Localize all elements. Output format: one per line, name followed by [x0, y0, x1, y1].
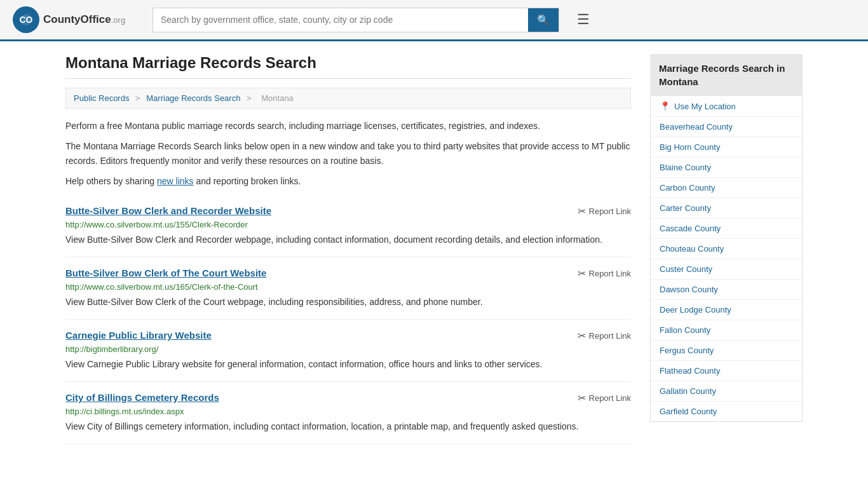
result-url[interactable]: http://www.co.silverbow.mt.us/165/Clerk-… — [65, 282, 631, 292]
breadcrumb-montana: Montana — [261, 93, 294, 103]
description-1: Perform a free Montana public marriage r… — [65, 119, 631, 133]
report-icon: ✂ — [578, 392, 586, 404]
hamburger-icon: ☰ — [577, 11, 590, 27]
location-pin-icon: 📍 — [660, 101, 670, 111]
sidebar-item-big-horn[interactable]: Big Horn County — [651, 137, 802, 158]
breadcrumb-sep-1: > — [135, 93, 142, 103]
result-item: Butte-Silver Bow Clerk of The Court Webs… — [65, 257, 631, 320]
result-header: Butte-Silver Bow Clerk of The Court Webs… — [65, 268, 631, 280]
result-url[interactable]: http://bigtimberlibrary.org/ — [65, 344, 631, 354]
sidebar-item-flathead[interactable]: Flathead County — [651, 361, 802, 381]
breadcrumb: Public Records > Marriage Records Search… — [65, 88, 631, 109]
breadcrumb-sep-2: > — [247, 93, 254, 103]
sidebar-item-fergus[interactable]: Fergus County — [651, 341, 802, 361]
sidebar-item-blaine[interactable]: Blaine County — [651, 158, 802, 178]
report-link-button[interactable]: ✂ Report Link — [578, 205, 631, 217]
sidebar-item-garfield[interactable]: Garfield County — [651, 402, 802, 421]
sidebar-item-gallatin[interactable]: Gallatin County — [651, 381, 802, 402]
page-title: Montana Marriage Records Search — [65, 54, 631, 79]
breadcrumb-marriage-records[interactable]: Marriage Records Search — [146, 93, 240, 103]
hamburger-menu-button[interactable]: ☰ — [572, 9, 595, 30]
result-header: Carnegie Public Library Website ✂ Report… — [65, 330, 631, 342]
report-link-button[interactable]: ✂ Report Link — [578, 268, 631, 280]
result-header: Butte-Silver Bow Clerk and Recorder Webs… — [65, 205, 631, 217]
report-icon: ✂ — [578, 205, 586, 217]
result-item: City of Billings Cemetery Records ✂ Repo… — [65, 382, 631, 444]
svg-text:CO: CO — [20, 15, 33, 25]
sidebar-item-cascade[interactable]: Cascade County — [651, 219, 802, 239]
use-my-location-item[interactable]: 📍 Use My Location — [651, 96, 802, 117]
result-desc: View Butte-Silver Bow Clerk of the Court… — [65, 295, 631, 309]
result-desc: View Carnegie Public Library website for… — [65, 358, 631, 371]
header: CO CountyOffice.org 🔍 ☰ — [0, 0, 868, 41]
sidebar-item-beaverhead[interactable]: Beaverhead County — [651, 117, 802, 137]
result-desc: View Butte-Silver Bow Clerk and Recorder… — [65, 233, 631, 247]
sidebar-item-carter[interactable]: Carter County — [651, 198, 802, 219]
result-title[interactable]: Carnegie Public Library Website — [65, 330, 212, 341]
report-icon: ✂ — [578, 330, 586, 342]
search-button[interactable]: 🔍 — [528, 8, 559, 32]
description-2: The Montana Marriage Records Search link… — [65, 139, 631, 168]
result-item: Carnegie Public Library Website ✂ Report… — [65, 320, 631, 382]
sidebar-list: 📍 Use My Location Beaverhead County Big … — [650, 96, 803, 422]
result-title[interactable]: Butte-Silver Bow Clerk of The Court Webs… — [65, 268, 266, 278]
search-bar: 🔍 — [153, 8, 559, 32]
result-header: City of Billings Cemetery Records ✂ Repo… — [65, 392, 631, 404]
sidebar-item-custer[interactable]: Custer County — [651, 259, 802, 280]
logo-icon: CO — [13, 6, 39, 33]
result-desc: View City of Billings cemetery informati… — [65, 420, 631, 433]
sidebar-item-chouteau[interactable]: Chouteau County — [651, 239, 802, 259]
result-url[interactable]: http://www.co.silverbow.mt.us/155/Clerk-… — [65, 220, 631, 229]
search-icon: 🔍 — [537, 15, 550, 25]
result-title[interactable]: City of Billings Cemetery Records — [65, 392, 219, 403]
sidebar-item-deer-lodge[interactable]: Deer Lodge County — [651, 300, 802, 320]
report-icon: ✂ — [578, 268, 586, 280]
sidebar-item-dawson[interactable]: Dawson County — [651, 280, 802, 300]
main-container: Montana Marriage Records Search Public R… — [53, 41, 815, 457]
breadcrumb-public-records[interactable]: Public Records — [74, 93, 129, 103]
sidebar-item-carbon[interactable]: Carbon County — [651, 178, 802, 198]
logo-text: CountyOffice.org — [43, 13, 125, 26]
sidebar: Marriage Records Search in Montana 📍 Use… — [650, 54, 803, 444]
result-item: Butte-Silver Bow Clerk and Recorder Webs… — [65, 195, 631, 257]
logo-area: CO CountyOffice.org — [13, 6, 140, 33]
report-link-button[interactable]: ✂ Report Link — [578, 392, 631, 404]
sidebar-item-fallon[interactable]: Fallon County — [651, 320, 802, 341]
sidebar-title: Marriage Records Search in Montana — [650, 54, 803, 96]
result-title[interactable]: Butte-Silver Bow Clerk and Recorder Webs… — [65, 205, 271, 216]
new-links-link[interactable]: new links — [157, 176, 194, 186]
search-input[interactable] — [153, 10, 528, 30]
description-3: Help others by sharing new links and rep… — [65, 174, 631, 188]
content-area: Montana Marriage Records Search Public R… — [65, 54, 631, 444]
report-link-button[interactable]: ✂ Report Link — [578, 330, 631, 342]
result-url[interactable]: http://ci.billings.mt.us/index.aspx — [65, 407, 631, 416]
